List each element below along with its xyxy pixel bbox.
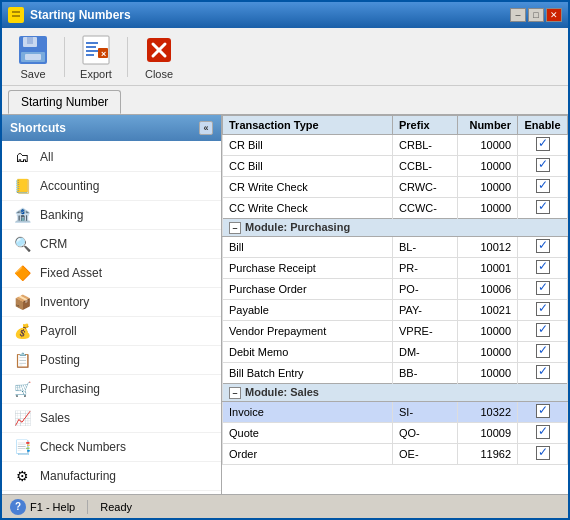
enable-checkbox[interactable] (536, 425, 550, 439)
sidebar-item-all[interactable]: 🗂 All (2, 143, 221, 172)
module-collapse-1[interactable]: – (229, 222, 241, 234)
sidebar-item-fixed-asset[interactable]: 🔶 Fixed Asset (2, 259, 221, 288)
table-row[interactable]: CC Bill CCBL- 10000 (223, 156, 568, 177)
enable-checkbox[interactable] (536, 302, 550, 316)
cell-type: Purchase Order (223, 279, 393, 300)
maximize-button[interactable]: □ (528, 8, 544, 22)
table-row[interactable]: Order OE- 11962 (223, 444, 568, 465)
enable-checkbox[interactable] (536, 200, 550, 214)
cell-enable[interactable] (518, 363, 568, 384)
table-row[interactable]: Purchase Receipt PR- 10001 (223, 258, 568, 279)
cell-type: Order (223, 444, 393, 465)
enable-checkbox[interactable] (536, 365, 550, 379)
col-header-type: Transaction Type (223, 116, 393, 135)
cell-number: 10000 (458, 363, 518, 384)
table-row[interactable]: Bill Batch Entry BB- 10000 (223, 363, 568, 384)
cell-enable[interactable] (518, 402, 568, 423)
enable-checkbox[interactable] (536, 137, 550, 151)
enable-checkbox[interactable] (536, 260, 550, 274)
cell-enable[interactable] (518, 258, 568, 279)
enable-checkbox[interactable] (536, 239, 550, 253)
close-button[interactable]: Close (134, 30, 184, 84)
cell-number: 10000 (458, 342, 518, 363)
sidebar-items: 🗂 All 📒 Accounting 🏦 Banking 🔍 CRM 🔶 Fix… (2, 141, 221, 494)
toolbar: Save × Export (2, 28, 568, 86)
sidebar-item-accounting[interactable]: 📒 Accounting (2, 172, 221, 201)
enable-checkbox[interactable] (536, 158, 550, 172)
sidebar-item-posting[interactable]: 📋 Posting (2, 346, 221, 375)
module-collapse-2[interactable]: – (229, 387, 241, 399)
table-row[interactable]: Bill BL- 10012 (223, 237, 568, 258)
enable-checkbox[interactable] (536, 404, 550, 418)
sidebar-item-payroll[interactable]: 💰 Payroll (2, 317, 221, 346)
cell-number: 10000 (458, 177, 518, 198)
cell-prefix: PO- (393, 279, 458, 300)
sidebar-icon-check-numbers: 📑 (12, 437, 32, 457)
cell-type: Purchase Receipt (223, 258, 393, 279)
sidebar-item-sales[interactable]: 📈 Sales (2, 404, 221, 433)
close-svg (143, 34, 175, 66)
table-scroll[interactable]: Transaction Type Prefix Number Enable CR… (222, 115, 568, 494)
cell-type: Vendor Prepayment (223, 321, 393, 342)
sidebar-icon-accounting: 📒 (12, 176, 32, 196)
table-row[interactable]: Debit Memo DM- 10000 (223, 342, 568, 363)
enable-checkbox[interactable] (536, 344, 550, 358)
cell-enable[interactable] (518, 321, 568, 342)
sidebar-label-crm: CRM (40, 237, 67, 251)
enable-checkbox[interactable] (536, 281, 550, 295)
help-item[interactable]: ? F1 - Help (10, 499, 75, 515)
sidebar-item-crm[interactable]: 🔍 CRM (2, 230, 221, 259)
cell-enable[interactable] (518, 300, 568, 321)
sidebar-item-purchasing[interactable]: 🛒 Purchasing (2, 375, 221, 404)
cell-type: Bill (223, 237, 393, 258)
enable-checkbox[interactable] (536, 446, 550, 460)
table-row[interactable]: Vendor Prepayment VPRE- 10000 (223, 321, 568, 342)
sidebar-label-fixed-asset: Fixed Asset (40, 266, 102, 280)
table-row[interactable]: CC Write Check CCWC- 10000 (223, 198, 568, 219)
table-body: CR Bill CRBL- 10000 CC Bill CCBL- 10000 … (223, 135, 568, 465)
cell-enable[interactable] (518, 342, 568, 363)
cell-prefix: PR- (393, 258, 458, 279)
module-header-cell-2: –Module: Sales (223, 384, 568, 402)
table-row[interactable]: CR Write Check CRWC- 10000 (223, 177, 568, 198)
cell-enable[interactable] (518, 279, 568, 300)
sidebar-item-banking[interactable]: 🏦 Banking (2, 201, 221, 230)
cell-number[interactable]: 10322 (458, 402, 518, 423)
cell-number: 10000 (458, 321, 518, 342)
sidebar-icon-all: 🗂 (12, 147, 32, 167)
cell-enable[interactable] (518, 198, 568, 219)
cell-enable[interactable] (518, 444, 568, 465)
table-row[interactable]: Payable PAY- 10021 (223, 300, 568, 321)
table-row[interactable]: Quote QO- 10009 (223, 423, 568, 444)
sidebar-icon-sales: 📈 (12, 408, 32, 428)
cell-type: CC Bill (223, 156, 393, 177)
export-button[interactable]: × Export (71, 30, 121, 84)
sidebar-collapse-button[interactable]: « (199, 121, 213, 135)
cell-type: Debit Memo (223, 342, 393, 363)
cell-prefix: BB- (393, 363, 458, 384)
cell-enable[interactable] (518, 177, 568, 198)
sidebar-label-accounting: Accounting (40, 179, 99, 193)
module-header-cell-1: –Module: Purchasing (223, 219, 568, 237)
cell-enable[interactable] (518, 423, 568, 444)
save-button[interactable]: Save (8, 30, 58, 84)
minimize-button[interactable]: – (510, 8, 526, 22)
sidebar-item-check-numbers[interactable]: 📑 Check Numbers (2, 433, 221, 462)
cell-enable[interactable] (518, 237, 568, 258)
sidebar-icon-fixed-asset: 🔶 (12, 263, 32, 283)
cell-enable[interactable] (518, 135, 568, 156)
sidebar-item-manufacturing[interactable]: ⚙ Manufacturing (2, 462, 221, 491)
enable-checkbox[interactable] (536, 323, 550, 337)
sidebar-icon-payroll: 💰 (12, 321, 32, 341)
title-bar-left: Starting Numbers (8, 7, 131, 23)
sidebar-item-inventory[interactable]: 📦 Inventory (2, 288, 221, 317)
table-row[interactable]: CR Bill CRBL- 10000 (223, 135, 568, 156)
table-row[interactable]: Purchase Order PO- 10006 (223, 279, 568, 300)
enable-checkbox[interactable] (536, 179, 550, 193)
close-window-button[interactable]: ✕ (546, 8, 562, 22)
tab-starting-number[interactable]: Starting Number (8, 90, 121, 114)
table-row[interactable]: Invoice SI- 10322 (223, 402, 568, 423)
sidebar-label-payroll: Payroll (40, 324, 77, 338)
transactions-table: Transaction Type Prefix Number Enable CR… (222, 115, 568, 465)
cell-enable[interactable] (518, 156, 568, 177)
